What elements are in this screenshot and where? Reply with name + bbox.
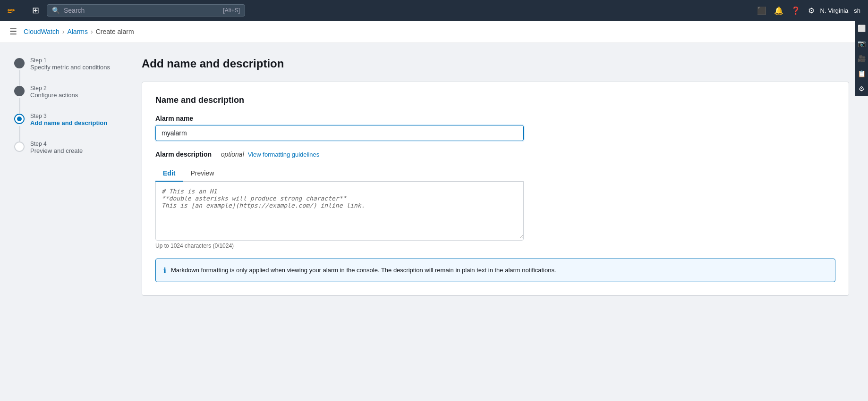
nav-icons: ⬛ 🔔 ❓ ⚙ bbox=[757, 6, 815, 15]
optional-tag: – optional bbox=[215, 150, 244, 158]
form-card: Name and description Alarm name Alarm de… bbox=[142, 82, 849, 296]
help-icon[interactable]: ❓ bbox=[791, 6, 800, 15]
step-1-name: Specify metric and conditions bbox=[30, 64, 110, 71]
step-4-circle bbox=[14, 142, 25, 152]
rs-icon-5[interactable]: ⚙ bbox=[859, 85, 865, 92]
step-3: Step 3 Add name and description bbox=[14, 113, 123, 141]
settings-icon[interactable]: ⚙ bbox=[808, 6, 815, 15]
page-title: Add name and description bbox=[142, 57, 849, 70]
bell-icon[interactable]: 🔔 bbox=[774, 6, 783, 15]
breadcrumb-cloudwatch[interactable]: CloudWatch bbox=[24, 28, 60, 35]
breadcrumb-sep-1: › bbox=[62, 28, 65, 35]
card-section-title: Name and description bbox=[155, 95, 835, 105]
alarm-name-input[interactable] bbox=[155, 125, 524, 141]
search-input[interactable] bbox=[64, 7, 219, 14]
search-icon: 🔍 bbox=[52, 7, 60, 14]
step-3-circle bbox=[14, 114, 25, 124]
breadcrumb-sep-2: › bbox=[91, 28, 93, 35]
rs-icon-4[interactable]: 📋 bbox=[858, 70, 866, 77]
step-3-number: Step 3 bbox=[30, 113, 107, 119]
step-2-label: Step 2 Configure actions bbox=[30, 85, 78, 113]
step-4: Step 4 Preview and create bbox=[14, 141, 123, 168]
step-4-number: Step 4 bbox=[30, 141, 83, 147]
step-2-circle bbox=[14, 86, 25, 96]
rs-icon-1[interactable]: ⬜ bbox=[858, 25, 866, 32]
region-selector[interactable]: N. Virginia bbox=[820, 7, 849, 14]
step-3-label: Step 3 Add name and description bbox=[30, 113, 107, 141]
breadcrumb: ☰ CloudWatch › Alarms › Create alarm bbox=[0, 21, 868, 43]
step-4-label: Step 4 Preview and create bbox=[30, 141, 83, 168]
alarm-desc-label: Alarm description bbox=[155, 150, 212, 158]
step-3-name: Add name and description bbox=[30, 119, 107, 126]
aws-logo[interactable]: aws bbox=[8, 2, 25, 19]
tab-preview[interactable]: Preview bbox=[183, 166, 221, 182]
tab-edit[interactable]: Edit bbox=[155, 166, 183, 182]
view-formatting-link[interactable]: View formatting guidelines bbox=[248, 151, 320, 158]
search-bar[interactable]: 🔍 [Alt+S] bbox=[47, 4, 245, 17]
svg-text:aws: aws bbox=[8, 8, 15, 12]
main-container: Step 1 Specify metric and conditions Ste… bbox=[0, 43, 868, 401]
step-2-number: Step 2 bbox=[30, 85, 78, 92]
breadcrumb-current: Create alarm bbox=[96, 28, 134, 35]
description-tabs: Edit Preview bbox=[155, 166, 524, 182]
info-icon: ℹ bbox=[163, 266, 166, 275]
user-menu[interactable]: sh bbox=[854, 7, 860, 14]
hamburger-menu[interactable]: ☰ bbox=[9, 26, 17, 37]
breadcrumb-alarms[interactable]: Alarms bbox=[67, 28, 88, 35]
step-1: Step 1 Specify metric and conditions bbox=[14, 57, 123, 85]
steps-sidebar: Step 1 Specify metric and conditions Ste… bbox=[0, 43, 132, 401]
step-1-number: Step 1 bbox=[30, 57, 110, 64]
step-4-name: Preview and create bbox=[30, 147, 83, 154]
rs-icon-2[interactable]: 📷 bbox=[858, 40, 866, 47]
step-1-label: Step 1 Specify metric and conditions bbox=[30, 57, 110, 85]
info-box: ℹ Markdown formatting is only applied wh… bbox=[155, 259, 835, 282]
description-textarea[interactable]: # This is an H1 **double asterisks will … bbox=[156, 182, 523, 239]
step-2: Step 2 Configure actions bbox=[14, 85, 123, 113]
grid-icon[interactable]: ⊞ bbox=[30, 3, 41, 17]
terminal-icon[interactable]: ⬛ bbox=[757, 6, 766, 15]
step-1-circle bbox=[14, 58, 25, 68]
right-sidebar: ⬜ 📷 🎥 📋 ⚙ bbox=[855, 21, 868, 96]
alarm-name-label: Alarm name bbox=[155, 115, 835, 122]
search-shortcut: [Alt+S] bbox=[223, 7, 240, 14]
description-wrapper: # This is an H1 **double asterisks will … bbox=[155, 182, 524, 241]
rs-icon-3[interactable]: 🎥 bbox=[858, 55, 866, 62]
step-2-name: Configure actions bbox=[30, 92, 78, 99]
char-count: Up to 1024 characters (0/1024) bbox=[155, 242, 835, 249]
top-navigation: aws ⊞ 🔍 [Alt+S] ⬛ 🔔 ❓ ⚙ N. Virginia sh bbox=[0, 0, 868, 21]
info-text: Markdown formatting is only applied when… bbox=[171, 266, 556, 275]
content-area: Add name and description Name and descri… bbox=[132, 43, 868, 401]
